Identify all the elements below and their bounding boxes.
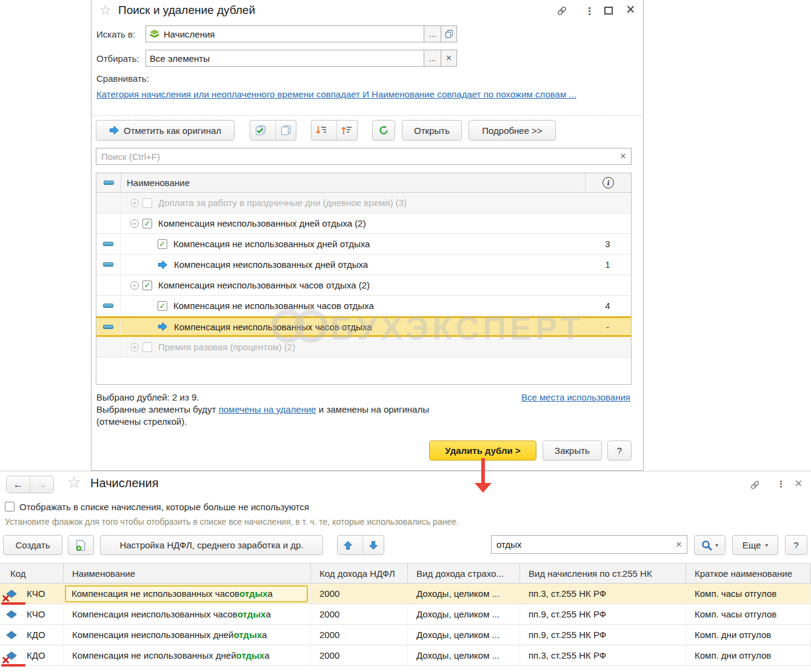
row-marker-icon <box>103 262 113 267</box>
column-header[interactable]: Код <box>0 564 64 583</box>
forward-icon[interactable]: → <box>30 476 53 493</box>
list-search-input[interactable] <box>492 539 671 550</box>
list-row[interactable]: КДОКомпенсация неиспользованных дней отд… <box>0 625 811 645</box>
refresh-icon <box>378 125 389 136</box>
checkbox-icon[interactable]: ✓ <box>158 239 167 249</box>
short-name-cell: Комп. дни отгулов <box>686 625 811 645</box>
help-button[interactable]: ? <box>607 441 632 461</box>
column-header[interactable]: Код дохода НДФЛ <box>311 564 408 583</box>
red-underline-annotation <box>1 602 25 604</box>
checkbox-icon[interactable] <box>142 198 152 208</box>
tree-row[interactable]: +Премия разовая (процентом) (2) <box>96 337 631 358</box>
list-row[interactable]: КДОКомпенсация не использованных дней от… <box>0 645 811 666</box>
original-arrow-icon <box>158 322 168 331</box>
tree-row-label: Компенсация неиспользованных дней отдыха… <box>158 218 366 228</box>
maximize-icon[interactable] <box>604 7 613 15</box>
row-flag-cell <box>96 275 121 295</box>
more-menu-icon[interactable]: ⋮ <box>584 5 595 18</box>
search-clear-icon[interactable]: × <box>615 150 631 162</box>
list-row[interactable]: КЧОКомпенсация неиспользованных часов от… <box>0 604 811 625</box>
get-link-icon[interactable] <box>749 479 761 493</box>
move-group <box>337 535 384 555</box>
checkbox-icon[interactable]: ✓ <box>158 301 167 311</box>
collapse-icon[interactable]: − <box>130 219 139 228</box>
create-group-button[interactable] <box>68 535 94 555</box>
close-button[interactable]: Закрыть <box>542 441 602 461</box>
usage-count-column-icon[interactable]: i <box>602 177 614 188</box>
move-up-icon[interactable] <box>338 536 358 554</box>
column-header[interactable]: Краткое наименование <box>686 564 811 583</box>
short-name-cell: Комп. часы отгулов <box>686 604 811 624</box>
compare-rule-link[interactable]: Категория начисления или неоплаченного в… <box>96 89 576 99</box>
ndfl-settings-button[interactable]: Настройка НДФЛ, среднего заработка и др. <box>100 535 323 555</box>
row-flag-cell <box>96 254 121 274</box>
checkbox-icon[interactable]: ✓ <box>142 281 152 290</box>
column-header[interactable]: Вид начисления по ст.255 НК <box>520 564 686 583</box>
row-name-cell: Компенсация неиспользованных часов отдых… <box>121 318 584 335</box>
tree-row[interactable]: Компенсация неиспользованных часов отдых… <box>96 316 631 337</box>
magnifier-icon <box>701 540 712 551</box>
mark-original-button[interactable]: Отметить как оригинал <box>96 120 235 141</box>
income-kind-cell: Доходы, целиком ... <box>408 604 520 624</box>
tree-row[interactable]: ✓Компенсация не использованных часов отд… <box>96 296 631 316</box>
search-in-choose-button[interactable]: ... <box>424 25 441 42</box>
duplicates-table: Наименование i +Доплата за работу в праз… <box>96 173 632 385</box>
row-flag-cell <box>96 337 121 357</box>
check-all-icon[interactable] <box>250 121 271 140</box>
tree-row-label: Компенсация неиспользованных дней отдыха <box>174 259 368 270</box>
element-marked-for-deletion-icon <box>6 651 17 660</box>
column-header[interactable]: Наименование <box>64 564 311 583</box>
tree-row[interactable]: +Доплата за работу в праздничные дни (дн… <box>96 193 631 213</box>
favorite-star-icon[interactable]: ☆ <box>67 473 81 492</box>
help-button[interactable]: ? <box>785 535 807 555</box>
move-down-icon[interactable] <box>362 536 384 554</box>
annotation-arrow-shaft <box>481 458 485 484</box>
tree-row[interactable]: −✓Компенсация неиспользованных дней отды… <box>96 213 631 234</box>
search-in-field[interactable]: Начисления <box>145 25 424 42</box>
find-button[interactable]: ▾ <box>694 535 726 555</box>
filter-clear-icon[interactable]: × <box>441 50 457 67</box>
more-menu-icon[interactable]: ⋮ <box>776 479 786 490</box>
accruals-table-header: КодНаименованиеКод дохода НДФЛВид дохода… <box>0 563 811 584</box>
element-marked-for-deletion-icon <box>6 590 17 598</box>
close-icon[interactable]: × <box>795 476 803 491</box>
checkbox-icon[interactable] <box>142 342 152 352</box>
uncheck-all-icon[interactable] <box>275 121 296 140</box>
name-cell: Компенсация не использованных дней отдых… <box>64 645 311 665</box>
original-arrow-icon <box>109 125 119 135</box>
original-arrow-icon <box>158 260 168 270</box>
show-unused-checkbox[interactable] <box>5 502 15 511</box>
dialog-search-input[interactable] <box>96 151 615 162</box>
marked-for-deletion-link[interactable]: помечены на удаление <box>219 404 316 414</box>
income-kind-cell: Доходы, целиком ... <box>408 584 520 604</box>
search-clear-icon[interactable]: × <box>671 539 687 551</box>
search-in-open-icon[interactable] <box>441 25 457 42</box>
tree-row[interactable]: Компенсация неиспользованных дней отдыха… <box>96 254 631 275</box>
open-button[interactable]: Открыть <box>402 120 462 141</box>
usage-places-link[interactable]: Все места использования <box>521 392 630 402</box>
get-link-icon[interactable] <box>556 5 568 19</box>
filter-field[interactable]: Все элементы <box>145 50 424 67</box>
filter-value: Все элементы <box>150 53 210 64</box>
refresh-button[interactable] <box>372 120 395 141</box>
more-actions-button[interactable]: Еще ▾ <box>732 535 778 555</box>
checkbox-icon[interactable]: ✓ <box>142 219 152 228</box>
expand-icon[interactable]: + <box>130 343 139 351</box>
tree-row[interactable]: −✓Компенсация неиспользованных часов отд… <box>96 275 631 296</box>
expand-all-icon[interactable] <box>336 121 358 140</box>
close-icon[interactable]: × <box>626 4 635 15</box>
dialog-title: Поиск и удаление дублей <box>118 4 255 17</box>
create-button[interactable]: Создать <box>3 535 62 555</box>
back-icon[interactable]: ← <box>7 476 30 493</box>
collapse-all-icon[interactable] <box>312 121 332 140</box>
list-row[interactable]: КЧОКомпенсация не использованных часов о… <box>0 584 811 604</box>
filter-choose-button[interactable]: ... <box>424 50 441 67</box>
tree-row[interactable]: ✓Компенсация не использованных дней отды… <box>96 234 631 254</box>
expand-icon[interactable]: + <box>130 199 139 207</box>
matched-word: отдых <box>238 609 266 619</box>
column-header[interactable]: Вид дохода страхо... <box>408 564 520 583</box>
collapse-icon[interactable]: − <box>130 281 139 290</box>
favorite-star-icon[interactable]: ☆ <box>99 2 112 18</box>
details-button[interactable]: Подробнее >> <box>469 120 556 141</box>
name-column-header[interactable]: Наименование <box>127 178 190 188</box>
